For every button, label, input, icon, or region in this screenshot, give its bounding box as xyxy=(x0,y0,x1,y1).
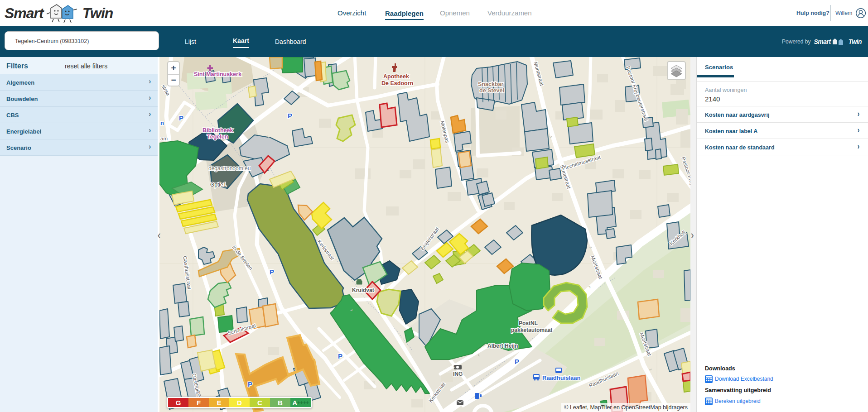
svg-text:Tegelen: Tegelen xyxy=(207,134,228,140)
svg-text:PostNL: PostNL xyxy=(519,320,538,326)
svg-text:Albert Heijn: Albert Heijn xyxy=(487,343,518,349)
svg-text:P: P xyxy=(338,352,342,360)
svg-text:P: P xyxy=(248,380,252,388)
svg-text:P: P xyxy=(515,358,519,365)
svg-text:Raadhuislaan: Raadhuislaan xyxy=(542,374,581,381)
svg-text:Optie1: Optie1 xyxy=(210,182,227,188)
svg-text:Bibliotheek: Bibliotheek xyxy=(203,127,233,134)
svg-text:Sint Martinuskerk: Sint Martinuskerk xyxy=(194,71,241,77)
svg-text:ING: ING xyxy=(453,371,463,377)
svg-text:n: n xyxy=(160,120,164,126)
svg-text:De Esdoorn: De Esdoorn xyxy=(381,80,413,86)
svg-text:degastronoom.eu: degastronoom.eu xyxy=(208,165,251,172)
svg-text:de Stevel: de Stevel xyxy=(479,87,504,94)
svg-text:am: am xyxy=(160,136,168,141)
svg-text:P: P xyxy=(179,114,183,122)
svg-text:Snackbar: Snackbar xyxy=(478,81,503,87)
svg-text:Kruidvat: Kruidvat xyxy=(352,287,374,293)
svg-text:P: P xyxy=(270,268,274,276)
svg-text:Apotheek: Apotheek xyxy=(383,73,409,80)
svg-text:P: P xyxy=(288,112,292,120)
